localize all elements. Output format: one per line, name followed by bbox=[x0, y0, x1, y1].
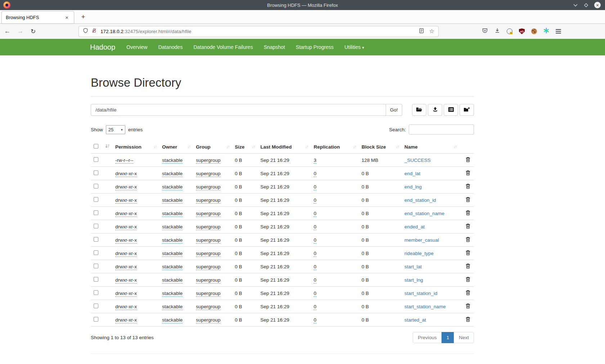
row-checkbox[interactable] bbox=[94, 304, 98, 308]
replication-value[interactable]: 0 bbox=[314, 237, 317, 244]
permission-value[interactable]: drwxr-xr-x bbox=[115, 291, 137, 297]
bookmark-star-icon[interactable]: ☆ bbox=[429, 28, 434, 34]
file-name-link[interactable]: end_lng bbox=[404, 184, 422, 190]
column-replication[interactable]: Replication↓↑ bbox=[314, 140, 362, 154]
back-icon[interactable]: ← bbox=[4, 28, 10, 35]
insecure-lock-icon[interactable] bbox=[91, 28, 97, 35]
upload-file-button[interactable] bbox=[428, 104, 442, 116]
file-name-link[interactable]: rideable_type bbox=[404, 251, 434, 256]
file-name-link[interactable]: start_lng bbox=[404, 277, 423, 283]
owner-value[interactable]: stackable bbox=[162, 237, 183, 244]
row-checkbox[interactable] bbox=[94, 224, 98, 228]
select-all-checkbox[interactable] bbox=[94, 144, 98, 149]
previous-page-button[interactable]: Previous bbox=[413, 332, 442, 343]
trash-icon[interactable] bbox=[466, 185, 470, 190]
permission-value[interactable]: drwxr-xr-x bbox=[115, 264, 137, 270]
permission-value[interactable]: drwxr-xr-x bbox=[115, 317, 137, 323]
file-name-link[interactable]: member_casual bbox=[404, 237, 439, 243]
file-name-link[interactable]: start_station_name bbox=[404, 304, 446, 309]
new-tab-button[interactable]: + bbox=[78, 12, 89, 22]
replication-value[interactable]: 3 bbox=[314, 158, 317, 164]
group-value[interactable]: supergroup bbox=[196, 211, 220, 217]
column-name[interactable]: Name↓↑ bbox=[404, 140, 462, 154]
file-name-link[interactable]: end_lat bbox=[404, 171, 420, 176]
owner-value[interactable]: stackable bbox=[162, 158, 183, 164]
replication-value[interactable]: 0 bbox=[314, 211, 317, 217]
replication-value[interactable]: 0 bbox=[314, 277, 317, 283]
replication-value[interactable]: 0 bbox=[314, 197, 317, 204]
cookie-extension-icon[interactable] bbox=[531, 28, 537, 34]
row-checkbox[interactable] bbox=[94, 264, 98, 268]
column-block-size[interactable]: Block Size↓↑ bbox=[362, 140, 404, 154]
replication-value[interactable]: 0 bbox=[314, 184, 317, 190]
sort-by-attributes-icon[interactable] bbox=[105, 144, 110, 150]
group-value[interactable]: supergroup bbox=[196, 251, 220, 257]
trash-icon[interactable] bbox=[466, 198, 470, 203]
group-value[interactable]: supergroup bbox=[196, 171, 220, 177]
nav-overview[interactable]: Overview bbox=[121, 44, 153, 50]
trash-icon[interactable] bbox=[466, 171, 470, 177]
permission-value[interactable]: drwxr-xr-x bbox=[115, 171, 137, 177]
trash-icon[interactable] bbox=[466, 158, 470, 163]
row-checkbox[interactable] bbox=[94, 184, 98, 188]
owner-value[interactable]: stackable bbox=[162, 171, 183, 177]
trash-icon[interactable] bbox=[466, 251, 470, 256]
nav-datanode-volume-failures[interactable]: Datanode Volume Failures bbox=[188, 44, 258, 50]
group-value[interactable]: supergroup bbox=[196, 158, 220, 164]
colorful-extension-icon[interactable] bbox=[543, 28, 549, 35]
menu-icon[interactable] bbox=[556, 29, 561, 33]
maximize-icon[interactable] bbox=[584, 3, 588, 8]
list-view-button[interactable] bbox=[444, 104, 458, 116]
row-checkbox[interactable] bbox=[94, 210, 98, 215]
owner-value[interactable]: stackable bbox=[162, 291, 183, 297]
owner-value[interactable]: stackable bbox=[162, 211, 183, 217]
trash-icon[interactable] bbox=[466, 304, 470, 310]
minimize-icon[interactable] bbox=[573, 4, 578, 7]
replication-value[interactable]: 0 bbox=[314, 317, 317, 323]
permission-value[interactable]: -rw-r--r-- bbox=[115, 158, 133, 164]
file-name-link[interactable]: _SUCCESS bbox=[404, 158, 431, 163]
group-value[interactable]: supergroup bbox=[196, 237, 220, 244]
reader-mode-icon[interactable] bbox=[419, 28, 424, 35]
trash-icon[interactable] bbox=[466, 264, 470, 270]
owner-value[interactable]: stackable bbox=[162, 251, 183, 257]
owner-value[interactable]: stackable bbox=[162, 184, 183, 190]
group-value[interactable]: supergroup bbox=[196, 197, 220, 204]
file-name-link[interactable]: start_station_id bbox=[404, 291, 438, 296]
nav-startup-progress[interactable]: Startup Progress bbox=[290, 44, 339, 50]
page-1-button[interactable]: 1 bbox=[442, 332, 454, 343]
group-value[interactable]: supergroup bbox=[196, 277, 220, 283]
row-checkbox[interactable] bbox=[94, 170, 98, 175]
group-value[interactable]: supergroup bbox=[196, 224, 220, 230]
owner-value[interactable]: stackable bbox=[162, 197, 183, 204]
pocket-icon[interactable] bbox=[482, 28, 488, 35]
forward-icon[interactable]: → bbox=[17, 28, 23, 35]
reload-icon[interactable]: ↻ bbox=[30, 28, 36, 35]
ublock-origin-icon[interactable]: uO bbox=[519, 28, 525, 34]
permission-value[interactable]: drwxr-xr-x bbox=[115, 211, 137, 217]
tab-close-icon[interactable]: × bbox=[64, 14, 70, 21]
file-name-link[interactable]: ended_at bbox=[404, 224, 425, 229]
owner-value[interactable]: stackable bbox=[162, 224, 183, 230]
trash-icon[interactable] bbox=[466, 278, 470, 283]
row-checkbox[interactable] bbox=[94, 197, 98, 202]
entries-per-page-select[interactable]: 25 ▾ bbox=[106, 125, 125, 134]
search-input[interactable] bbox=[409, 124, 474, 135]
replication-value[interactable]: 0 bbox=[314, 171, 317, 177]
owner-value[interactable]: stackable bbox=[162, 277, 183, 283]
column-last-modified[interactable]: Last Modified↓↑ bbox=[260, 140, 314, 154]
replication-value[interactable]: 0 bbox=[314, 264, 317, 270]
column-owner[interactable]: Owner↓↑ bbox=[162, 140, 196, 154]
permission-value[interactable]: drwxr-xr-x bbox=[115, 277, 137, 283]
open-directory-button[interactable] bbox=[412, 104, 426, 116]
row-checkbox[interactable] bbox=[94, 277, 98, 282]
column-group[interactable]: Group↓↑ bbox=[196, 140, 235, 154]
shield-icon[interactable] bbox=[83, 28, 88, 35]
create-directory-button[interactable] bbox=[460, 104, 474, 116]
row-checkbox[interactable] bbox=[94, 290, 98, 295]
trash-icon[interactable] bbox=[466, 211, 470, 217]
trash-icon[interactable] bbox=[466, 238, 470, 243]
row-checkbox[interactable] bbox=[94, 237, 98, 242]
go-button[interactable]: Go! bbox=[386, 104, 402, 116]
column-size[interactable]: Size↓↑ bbox=[235, 140, 260, 154]
